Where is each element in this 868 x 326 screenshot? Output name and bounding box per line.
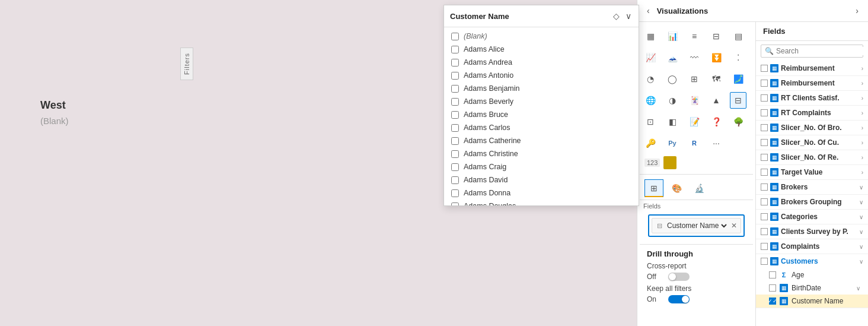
viz-icon-gauge[interactable]: ◑ (664, 92, 681, 109)
field-group-checkbox[interactable] (761, 228, 768, 235)
field-group-header[interactable]: Brokers∨ (756, 180, 868, 194)
filter-item[interactable]: Adams Christine (444, 147, 639, 160)
filter-list[interactable]: (Blank)Adams AliceAdams AndreaAdams Anto… (444, 27, 639, 205)
filter-item[interactable]: Adams Douglas (444, 200, 639, 205)
field-group-header[interactable]: Categories∨ (756, 210, 868, 224)
viz-icon-table[interactable]: ⊟ (730, 92, 746, 109)
viz-tab-analytics[interactable]: 🔬 (690, 179, 709, 197)
viz-icon-py[interactable]: Py (664, 135, 681, 151)
viz-icon-qa[interactable]: ❓ (708, 113, 725, 130)
viz-icon-stacked-bar[interactable]: ≡ (686, 28, 703, 45)
toggle-on-track[interactable] (668, 295, 690, 303)
field-group-header[interactable]: Customers∨ (756, 254, 868, 268)
viz-icon-scatter[interactable]: ⁚ (730, 49, 746, 66)
field-group-checkbox[interactable] (761, 183, 768, 191)
filter-checkbox[interactable] (451, 176, 459, 184)
viz-icon-ribbon[interactable]: 〰 (686, 49, 703, 66)
field-group-header[interactable]: Reimbursement› (756, 61, 868, 75)
toggle-off-track[interactable] (668, 273, 690, 281)
fields-search-input[interactable] (776, 47, 865, 55)
viz-icon-r[interactable]: R (686, 135, 703, 151)
filter-collapse-icon[interactable]: ∨ (624, 10, 633, 22)
viz-icon-column[interactable]: 📊 (664, 28, 681, 45)
viz-icon-card[interactable]: 🃏 (686, 92, 703, 109)
viz-icon-waterfall[interactable]: ⏬ (708, 49, 725, 66)
filter-item[interactable]: Adams Bruce (444, 108, 639, 121)
field-bucket-select[interactable]: Customer Name (665, 221, 729, 230)
field-group-checkbox[interactable] (761, 154, 768, 161)
field-group-header[interactable]: Slicer_No. Of Bro.› (756, 121, 868, 135)
panel-nav-forward[interactable]: › (853, 5, 861, 17)
filter-item[interactable]: Adams David (444, 173, 639, 186)
filter-checkbox[interactable] (451, 72, 459, 80)
filter-item[interactable]: Adams Craig (444, 160, 639, 173)
field-item-checkbox[interactable] (769, 284, 776, 292)
viz-tab-fields[interactable]: ⊞ (644, 179, 663, 197)
field-group-header[interactable]: Slicer_No. Of Cu.› (756, 135, 868, 150)
field-group-checkbox[interactable] (761, 243, 768, 250)
field-group-checkbox[interactable] (761, 169, 768, 176)
filter-item[interactable]: Adams Donna (444, 186, 639, 200)
filter-item[interactable]: Adams Catherine (444, 134, 639, 147)
field-item-checkbox[interactable]: ✓ (769, 297, 776, 305)
fields-search-container[interactable]: 🔍 (761, 45, 863, 58)
field-bucket-item[interactable]: ⊟ Customer Name ✕ (652, 218, 741, 233)
field-group-header[interactable]: Reimbursement› (756, 76, 868, 90)
viz-icon-smart-narrative[interactable]: 📝 (686, 113, 703, 130)
field-group-header[interactable]: Complaints∨ (756, 239, 868, 254)
viz-icon-slicer[interactable]: ◧ (664, 113, 681, 130)
field-group-header[interactable]: Slicer_No. Of Re.› (756, 150, 868, 164)
filter-item[interactable]: Adams Beverly (444, 95, 639, 108)
filter-checkbox[interactable] (451, 202, 459, 206)
viz-icon-more[interactable]: ··· (708, 135, 725, 151)
filter-item[interactable]: (Blank) (444, 30, 639, 43)
viz-icon-line[interactable]: 📈 (642, 49, 659, 66)
field-group-checkbox[interactable] (761, 94, 768, 102)
field-group-checkbox[interactable] (761, 124, 768, 131)
viz-icon-matrix[interactable]: ⊡ (642, 113, 659, 130)
viz-icon-shape-map[interactable]: 🗾 (730, 71, 746, 87)
field-group-checkbox[interactable] (761, 65, 768, 72)
filter-checkbox[interactable] (451, 59, 459, 67)
viz-icon-decomp-tree[interactable]: 🌳 (730, 113, 746, 130)
filter-item[interactable]: Adams Alice (444, 43, 639, 56)
viz-icon-100pct-bar[interactable]: ▤ (730, 28, 746, 45)
field-group-header[interactable]: Brokers Grouping∨ (756, 195, 868, 209)
viz-icon-treemap[interactable]: ⊞ (686, 71, 703, 87)
field-group-checkbox[interactable] (761, 139, 768, 146)
field-item-checkbox[interactable] (769, 271, 776, 278)
filter-checkbox[interactable] (451, 98, 459, 106)
viz-icon-donut[interactable]: ◯ (664, 71, 681, 87)
viz-icon-key-influencer[interactable]: 🔑 (642, 135, 659, 151)
field-group-checkbox[interactable] (761, 213, 768, 220)
field-bucket-remove[interactable]: ✕ (731, 221, 737, 230)
panel-nav-back[interactable]: ‹ (644, 5, 652, 17)
filter-checkbox[interactable] (451, 46, 459, 53)
filter-item[interactable]: Adams Carlos (444, 121, 639, 134)
filter-checkbox[interactable] (451, 163, 459, 171)
viz-icon-pie[interactable]: ◔ (642, 71, 659, 87)
viz-icon-filled-map[interactable]: 🌐 (642, 92, 659, 109)
viz-icon-kpi[interactable]: ▲ (708, 92, 725, 109)
filter-checkbox[interactable] (451, 124, 459, 132)
field-group-checkbox[interactable] (761, 258, 768, 265)
viz-icon-area[interactable]: 🗻 (664, 49, 681, 66)
field-item[interactable]: BirthDate∨ (756, 281, 868, 295)
filter-checkbox[interactable] (451, 189, 459, 197)
filter-checkbox[interactable] (451, 111, 459, 119)
field-group-checkbox[interactable] (761, 109, 768, 116)
filters-side-tab[interactable]: Filters (180, 48, 193, 80)
field-group-checkbox[interactable] (761, 198, 768, 205)
filter-item[interactable]: Adams Andrea (444, 56, 639, 69)
field-item[interactable]: ✓Customer Name (756, 295, 868, 308)
filter-item[interactable]: Adams Antonio (444, 69, 639, 82)
field-group-header[interactable]: Target Value› (756, 165, 868, 179)
field-group-header[interactable]: RT Complaints› (756, 106, 868, 120)
filter-eraser-icon[interactable]: ◇ (612, 10, 621, 22)
viz-icon-map[interactable]: 🗺 (708, 71, 725, 87)
field-group-header[interactable]: RT Clients Satisf.› (756, 91, 868, 105)
field-item[interactable]: ΣAge (756, 268, 868, 281)
field-group-checkbox[interactable] (761, 80, 768, 87)
filter-item[interactable]: Adams Benjamin (444, 82, 639, 95)
filter-checkbox[interactable] (451, 150, 459, 158)
